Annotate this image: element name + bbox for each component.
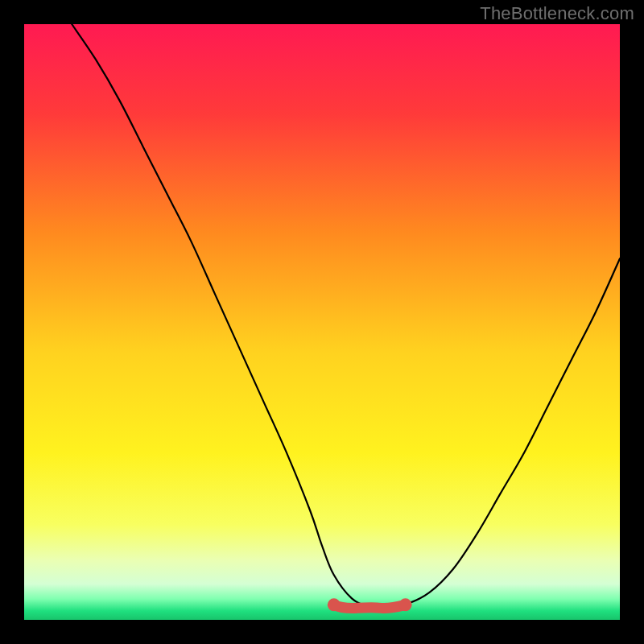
valley-dot-left bbox=[328, 598, 341, 611]
watermark-text: TheBottleneck.com bbox=[480, 3, 634, 24]
chart-stage: TheBottleneck.com bbox=[0, 0, 644, 644]
bottleneck-chart bbox=[24, 24, 620, 620]
valley-dot-right bbox=[399, 598, 412, 611]
plot-background bbox=[24, 24, 620, 620]
valley-highlight bbox=[334, 605, 406, 608]
